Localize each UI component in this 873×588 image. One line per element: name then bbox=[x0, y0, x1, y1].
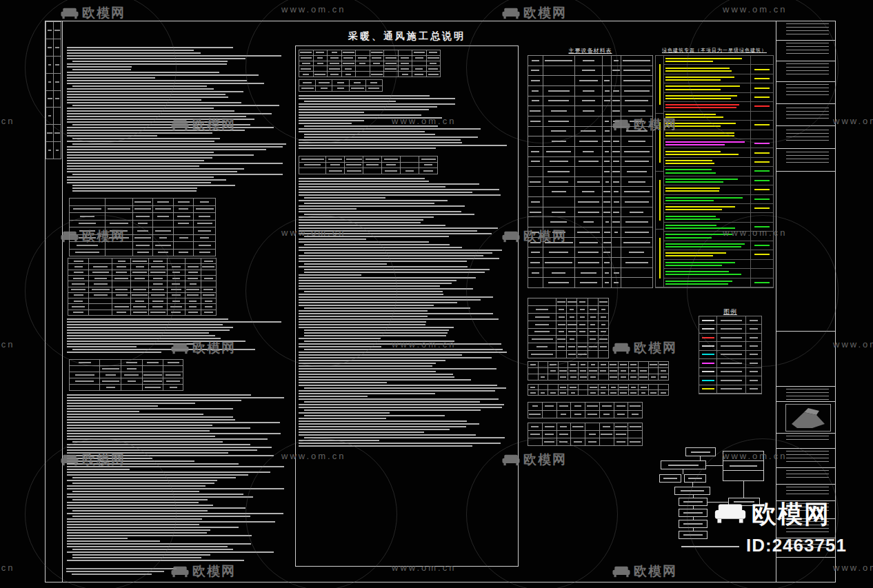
equipment-table bbox=[528, 55, 653, 288]
text-line bbox=[299, 219, 423, 221]
table-cell bbox=[588, 306, 598, 313]
table-cell bbox=[567, 329, 576, 336]
green-building-category-column bbox=[656, 56, 664, 287]
green-building-row bbox=[664, 250, 773, 259]
green-building-row bbox=[664, 185, 773, 194]
table-cell bbox=[326, 163, 344, 168]
text-line bbox=[67, 414, 203, 415]
text-line bbox=[67, 50, 194, 51]
table-cell bbox=[106, 206, 132, 213]
table-cell bbox=[143, 385, 163, 390]
table-cell bbox=[131, 310, 148, 315]
table-cell bbox=[575, 268, 602, 278]
table-cell bbox=[382, 156, 400, 162]
table-cell bbox=[153, 213, 173, 220]
table-cell bbox=[603, 217, 611, 227]
category-cell bbox=[656, 230, 663, 287]
table-cell bbox=[528, 147, 543, 156]
table-cell bbox=[619, 368, 628, 374]
text-line bbox=[67, 110, 234, 112]
table-cell bbox=[603, 167, 611, 176]
text-line bbox=[67, 352, 161, 353]
table-cell bbox=[370, 50, 384, 55]
table-cell bbox=[350, 80, 365, 85]
titleblock-divider bbox=[776, 40, 835, 41]
table-cell bbox=[603, 157, 611, 167]
text-line bbox=[72, 61, 228, 62]
table-cell bbox=[577, 314, 587, 321]
table-cell bbox=[628, 411, 642, 418]
flow-box bbox=[679, 509, 708, 517]
text-line bbox=[72, 477, 236, 478]
titleblock-divider bbox=[776, 148, 835, 149]
table-cell bbox=[621, 247, 652, 257]
text-line bbox=[67, 405, 158, 407]
legend-row bbox=[699, 376, 761, 385]
table-cell bbox=[419, 168, 437, 174]
table-cell bbox=[528, 66, 543, 76]
table-cell bbox=[571, 423, 585, 430]
table-cell bbox=[621, 157, 652, 167]
table-cell bbox=[603, 136, 611, 146]
table-cell bbox=[399, 50, 412, 55]
table-cell bbox=[575, 97, 602, 106]
green-building-row bbox=[664, 130, 773, 139]
table-cell bbox=[612, 247, 620, 257]
text-line bbox=[67, 560, 244, 561]
flowchart-caption bbox=[681, 546, 739, 547]
table-cell bbox=[621, 86, 652, 96]
text-line bbox=[67, 538, 128, 539]
text-line bbox=[299, 227, 498, 229]
text-line bbox=[304, 437, 505, 438]
table-cell bbox=[168, 276, 185, 281]
table-cell bbox=[621, 187, 652, 196]
text-line bbox=[299, 352, 507, 353]
notes-left-table-1 bbox=[69, 198, 216, 256]
table-cell bbox=[133, 199, 153, 205]
text-line bbox=[67, 400, 241, 401]
table-cell bbox=[89, 276, 112, 281]
table-cell bbox=[628, 431, 642, 438]
table-cell bbox=[143, 378, 163, 384]
sheet-title: 采暖、通风施工总说明 bbox=[297, 30, 517, 43]
table-cell bbox=[121, 385, 142, 390]
text-line bbox=[67, 496, 253, 498]
table-cell bbox=[603, 197, 611, 207]
text-line bbox=[67, 91, 243, 92]
table-cell bbox=[528, 227, 543, 237]
table-cell bbox=[621, 97, 652, 106]
table-cell bbox=[112, 258, 130, 263]
table-cell bbox=[299, 50, 313, 55]
table-cell bbox=[543, 177, 574, 187]
titleblock-divider bbox=[776, 171, 835, 172]
text-line bbox=[299, 131, 425, 132]
table-cell bbox=[133, 250, 153, 256]
text-line bbox=[299, 183, 479, 185]
text-line bbox=[299, 112, 364, 113]
table-cell bbox=[528, 258, 543, 267]
text-line bbox=[67, 540, 160, 542]
text-line bbox=[299, 120, 364, 121]
green-building-row bbox=[664, 269, 773, 278]
legend-symbol bbox=[699, 325, 717, 332]
legend-row bbox=[699, 334, 761, 342]
text-line bbox=[299, 114, 421, 116]
text-line bbox=[299, 363, 436, 364]
table-cell bbox=[185, 304, 200, 309]
text-line bbox=[299, 117, 442, 119]
table-cell bbox=[609, 362, 619, 367]
legend-symbol bbox=[699, 376, 717, 384]
table-cell bbox=[133, 235, 153, 242]
table-cell bbox=[588, 351, 598, 358]
text-line bbox=[299, 440, 379, 441]
text-line bbox=[67, 394, 251, 396]
table-cell bbox=[543, 411, 556, 418]
table-cell bbox=[559, 362, 568, 367]
table-cell bbox=[185, 281, 200, 286]
table-cell bbox=[194, 250, 215, 256]
table-cell bbox=[600, 438, 614, 445]
text-line bbox=[67, 416, 233, 418]
table-cell bbox=[131, 264, 148, 269]
table-cell bbox=[548, 362, 558, 367]
table-cell bbox=[314, 61, 328, 66]
